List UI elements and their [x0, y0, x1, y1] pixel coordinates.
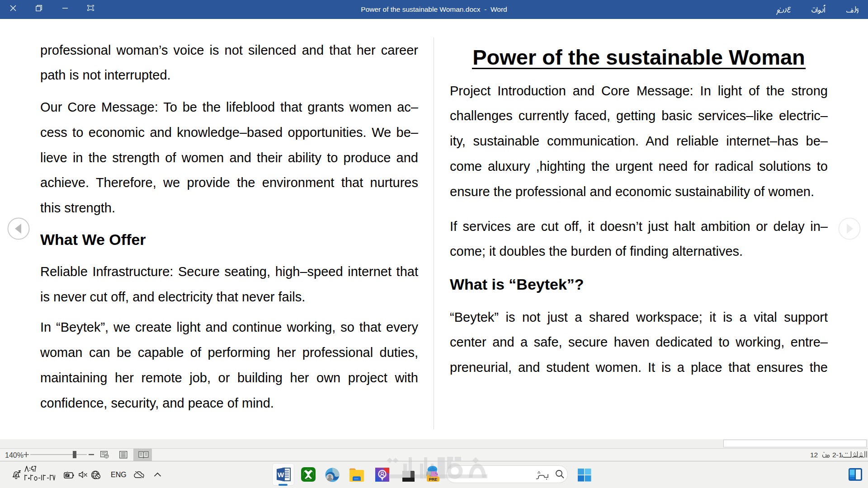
svg-text:W: W: [278, 471, 284, 479]
svg-text:12: 12: [810, 451, 818, 459]
svg-text:2-1: 2-1: [832, 451, 842, 459]
svg-text:PRE: PRE: [429, 477, 438, 482]
